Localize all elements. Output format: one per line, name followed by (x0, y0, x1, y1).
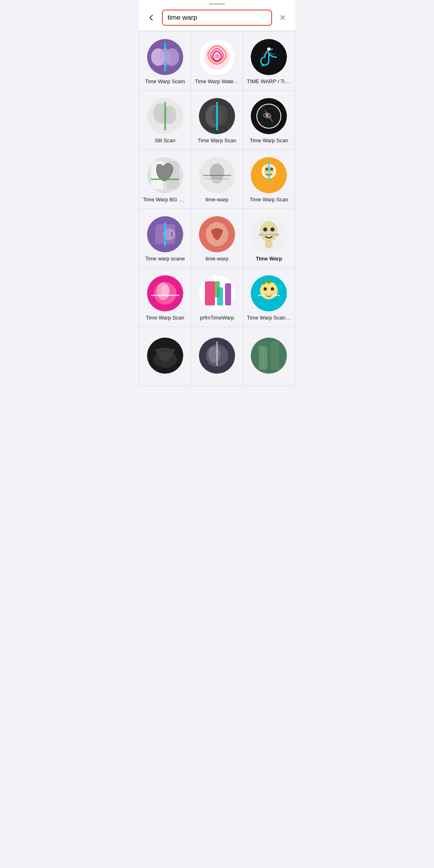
grid-item-time-warp-scan-3[interactable]: Time Warp Scan (244, 150, 295, 208)
clear-button[interactable]: ✕ (276, 11, 289, 24)
thumb-prfm-time-warp (199, 275, 235, 311)
thumb-time-warp-scan-2: 👁 (251, 98, 287, 134)
svg-point-50 (260, 232, 278, 236)
label-time-warp-scane: Time warp scane (145, 256, 185, 262)
grid-item-time-warp-scane[interactable]: Time warp scane (139, 209, 190, 267)
svg-rect-30 (205, 178, 229, 179)
label-time-warp-scam: Time Warp Scam (145, 78, 185, 84)
svg-rect-18 (216, 102, 218, 130)
thumb-bottom-2 (199, 338, 235, 374)
thumb-bottom-1 (147, 338, 183, 374)
thumb-time-warp-scan-1 (199, 98, 235, 134)
thumb-time-warp-waterfall (199, 39, 235, 75)
label-time-warp-bg: Time Warp BG Chan… (143, 197, 187, 203)
thumb-time-warp-bg (147, 157, 183, 193)
label-prfm-time-warp: prfmTimeWarp (200, 315, 234, 321)
grid-item-time-warp-scam[interactable]: Time Warp Scam (139, 32, 190, 90)
svg-rect-40 (164, 222, 166, 246)
svg-rect-60 (225, 283, 231, 305)
svg-rect-36 (268, 161, 270, 181)
svg-point-17 (212, 104, 228, 125)
label-time-warp-scan-3: Time Warp Scan (250, 197, 288, 203)
svg-point-65 (264, 287, 267, 291)
grid-item-prfm-time-warp[interactable]: prfmTimeWarp (191, 268, 242, 326)
svg-point-34 (265, 168, 268, 171)
grid-item-bottom-3[interactable] (244, 327, 295, 385)
results-grid: Time Warp Scam Time Warp Waterfall ↺ TIM… (139, 31, 295, 386)
svg-rect-78 (271, 342, 279, 370)
thumb-time-warp-mid (199, 157, 235, 193)
svg-point-42 (171, 232, 173, 237)
thumb-bottom-3 (251, 338, 287, 374)
svg-point-35 (270, 168, 273, 171)
label-time-warp-tiktok: TIME WARP / TikTok (247, 78, 291, 84)
grid-item-time-warp-scan-2[interactable]: 👁 Time Warp Scan (244, 91, 295, 149)
back-button[interactable] (145, 11, 158, 24)
svg-rect-61 (215, 281, 220, 297)
svg-point-4 (159, 48, 171, 66)
svg-point-74 (208, 346, 220, 362)
search-input-wrapper[interactable] (162, 10, 272, 26)
svg-point-64 (260, 282, 278, 299)
thumb-time-warp-scan-h8s (251, 275, 287, 311)
thumb-time-warp-scan-row4 (147, 275, 183, 311)
svg-point-67 (266, 279, 271, 284)
svg-rect-14 (164, 102, 166, 130)
label-time-warp-scan-h8s: Time Warp Scan h8s (247, 315, 291, 321)
label-time-warp-waterfall: Time Warp Waterfall (195, 78, 239, 84)
svg-rect-58 (205, 281, 215, 305)
label-time-warp-scan-1: Time Warp Scan (198, 137, 236, 143)
grid-item-time-warp-tiktok[interactable]: ↺ TIME WARP / TikTok (244, 32, 295, 90)
svg-point-68 (262, 280, 266, 285)
svg-point-48 (270, 227, 274, 231)
grid-item-time-warp-scan-1[interactable]: Time Warp Scan (191, 91, 242, 149)
grid-item-slit-scan[interactable]: Slit Scan (139, 91, 190, 149)
top-handle (139, 0, 295, 6)
svg-point-46 (260, 221, 278, 242)
thumb-time-warp-bold (251, 216, 287, 252)
search-bar: ✕ (139, 6, 295, 31)
svg-point-76 (251, 338, 287, 374)
svg-point-56 (161, 285, 169, 296)
thumb-slit-scan (147, 98, 183, 134)
svg-rect-75 (216, 342, 218, 366)
search-input[interactable] (168, 14, 266, 22)
grid-item-bottom-1[interactable] (139, 327, 190, 385)
grid-item-time-warp-scan-row4[interactable]: Time Warp Scan (139, 268, 190, 326)
grid-item-time-warp-bold[interactable]: Time Warp (244, 209, 295, 267)
svg-point-47 (263, 227, 267, 231)
svg-point-51 (265, 240, 273, 248)
thumb-time-warp-scam (147, 39, 183, 75)
label-time-warp-mid: time-warp (205, 197, 228, 203)
grid-item-time-warp-mid2[interactable]: time-warp (191, 209, 242, 267)
svg-rect-29 (203, 175, 231, 176)
grid-item-time-warp-waterfall[interactable]: Time Warp Waterfall (191, 32, 242, 90)
svg-text:↺: ↺ (261, 64, 264, 68)
svg-point-9 (267, 47, 270, 51)
label-time-warp-bold: Time Warp (256, 256, 282, 262)
grid-item-time-warp-mid[interactable]: time-warp (191, 150, 242, 208)
svg-point-7 (215, 54, 219, 59)
label-time-warp-scan-2: Time Warp Scan (250, 137, 288, 143)
thumb-time-warp-scane (147, 216, 183, 252)
grid-item-time-warp-scan-h8s[interactable]: Time Warp Scan h8s (244, 268, 295, 326)
grid-item-time-warp-bg[interactable]: Time Warp BG Chan… (139, 150, 190, 208)
svg-point-66 (271, 287, 274, 291)
thumb-time-warp-scan-3 (251, 157, 287, 193)
label-slit-scan: Slit Scan (155, 137, 175, 143)
label-time-warp-mid2: time-warp (205, 256, 228, 262)
thumb-time-warp-mid2 (199, 216, 235, 252)
svg-point-13 (162, 106, 176, 124)
grid-item-bottom-2[interactable] (191, 327, 242, 385)
label-time-warp-scan-row4: Time Warp Scan (146, 315, 184, 321)
thumb-time-warp-tiktok: ↺ (251, 39, 287, 75)
